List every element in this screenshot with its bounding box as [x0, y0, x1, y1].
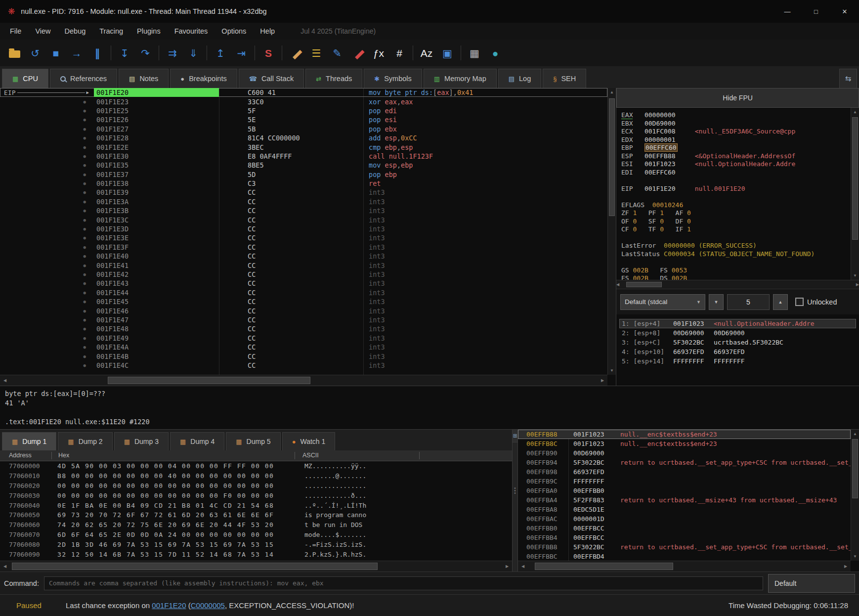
- scroll-thumb[interactable]: [852, 439, 858, 498]
- register-line[interactable]: LastError 00000000 (ERROR_SUCCESS): [621, 242, 849, 250]
- breakpoint-dot[interactable]: ●: [84, 172, 86, 177]
- step-out-button[interactable]: ↥: [210, 43, 231, 63]
- disasm-row[interactable]: ●001F1E44CCint3: [0, 288, 607, 297]
- disasm-row[interactable]: ●001F1E38C3ret: [0, 179, 607, 188]
- step-over-button[interactable]: ↷: [135, 43, 156, 63]
- scroll-up-button[interactable]: [608, 88, 616, 96]
- scroll-right-button[interactable]: [598, 375, 607, 386]
- disasm-row[interactable]: ●001F1E30E8 0AF4FFFFcall null.1F123F: [0, 152, 607, 161]
- disasm-row[interactable]: ●001F1E45CCint3: [0, 297, 607, 306]
- minimize-button[interactable]: —: [773, 0, 802, 23]
- scroll-thumb[interactable]: [626, 282, 662, 287]
- breakpoint-dot[interactable]: ●: [84, 290, 86, 295]
- scroll-right-button[interactable]: [502, 561, 512, 572]
- breakpoint-dot[interactable]: ●: [84, 245, 86, 250]
- dump-row[interactable]: 770600802D 1B 3D 46 69 7A 53 15 69 7A 53…: [0, 539, 512, 549]
- register-line[interactable]: CF 0 TF 0 IF 1: [621, 225, 849, 234]
- argument-row[interactable]: 1: [esp+4]001F1023<null.OptionalHeader.A…: [619, 319, 856, 328]
- dump-horizontal-scrollbar[interactable]: [0, 561, 512, 572]
- disasm-row[interactable]: ●001F1E2333C0xor eax,eax: [0, 97, 607, 106]
- register-line[interactable]: EBP 00EFFC60: [621, 144, 849, 152]
- scroll-right-button[interactable]: [841, 561, 851, 572]
- world-button[interactable]: ●: [485, 43, 506, 63]
- tab-notes[interactable]: ▤Notes: [119, 69, 169, 88]
- stop-button[interactable]: ■: [45, 43, 66, 63]
- menu-debug[interactable]: Debug: [58, 23, 93, 40]
- scroll-track[interactable]: [619, 280, 856, 289]
- close-button[interactable]: ✕: [830, 0, 859, 23]
- breakpoint-dot[interactable]: ●: [84, 326, 86, 331]
- breakpoint-dot[interactable]: ●: [84, 363, 86, 368]
- stack-row[interactable]: 00EFFBBC00EFFBD4: [518, 552, 851, 561]
- disasm-row[interactable]: ●001F1E4BCCint3: [0, 352, 607, 360]
- register-line[interactable]: [621, 193, 849, 201]
- breakpoint-dot[interactable]: ●: [84, 336, 86, 341]
- scroll-track[interactable]: [608, 96, 616, 366]
- disasm-row[interactable]: ●001F1E275Bpop ebx: [0, 125, 607, 133]
- maximize-button[interactable]: □: [802, 0, 830, 23]
- disasm-row[interactable]: ●001F1E49CCint3: [0, 334, 607, 343]
- scroll-track[interactable]: [528, 561, 841, 572]
- run-until-selection-button[interactable]: ⇥: [231, 43, 252, 63]
- register-line[interactable]: ESP 00EFFB88 <&OptionalHeader.AddressOf: [621, 152, 849, 161]
- calling-convention-select[interactable]: Default (stdcal ▼: [620, 294, 705, 310]
- dump-row[interactable]: 770600400E 1F BA 0E 00 B4 09 CD 21 B8 01…: [0, 500, 512, 510]
- menu-file[interactable]: File: [3, 23, 28, 40]
- tab-dump-5[interactable]: ▦Dump 5: [226, 432, 280, 450]
- disasm-row[interactable]: ●001F1E43CCint3: [0, 279, 607, 288]
- scroll-left-button[interactable]: [0, 561, 10, 572]
- breakpoint-dot[interactable]: ●: [84, 317, 86, 322]
- stack-row[interactable]: 00EFFBB85F3022BCreturn to ucrtbased.__se…: [518, 542, 851, 552]
- run-to-user-code-button[interactable]: ⇉: [162, 43, 183, 63]
- annotate-button[interactable]: ✎: [327, 43, 347, 63]
- breakpoint-dot[interactable]: ●: [84, 127, 86, 132]
- register-line[interactable]: EAX 00000000: [621, 111, 849, 120]
- disasm-horizontal-scrollbar[interactable]: [0, 375, 607, 386]
- register-line[interactable]: ESI 001F1023 <null.OptionalHeader.Addre: [621, 160, 849, 169]
- disasm-row[interactable]: ●001F1E4CCCint3: [0, 361, 607, 370]
- dump-column-ascii[interactable]: ASCII: [302, 452, 319, 459]
- tab-breakpoints[interactable]: ●Breakpoints: [170, 69, 237, 88]
- exception-code-link[interactable]: C0000005: [191, 601, 225, 610]
- breakpoint-dot[interactable]: ●: [84, 345, 86, 350]
- scroll-track[interactable]: [851, 438, 859, 552]
- disasm-vertical-scrollbar[interactable]: [607, 88, 616, 375]
- register-line[interactable]: ES 002B DS 002B: [621, 274, 849, 280]
- breakpoint-dot[interactable]: ●: [84, 254, 86, 259]
- breakpoint-dot[interactable]: ●: [84, 354, 86, 359]
- tab-watch-1[interactable]: ●Watch 1: [282, 432, 336, 450]
- register-line[interactable]: EDX 00000001: [621, 136, 849, 144]
- disasm-row[interactable]: ●001F1E42CCint3: [0, 270, 607, 279]
- breakpoint-dot[interactable]: ●: [84, 190, 86, 195]
- argument-row[interactable]: 5: [esp+14]FFFFFFFFFFFFFFFF: [619, 356, 856, 366]
- scroll-up-button[interactable]: [851, 430, 859, 438]
- tabbar-overflow-button[interactable]: ⇆: [839, 69, 857, 88]
- stack-row[interactable]: 00EFFBB000EFFBCC: [518, 524, 851, 533]
- stack-row[interactable]: 00EFFB88001F1023null.__enc$textbss$end+2…: [518, 430, 851, 439]
- disasm-row[interactable]: ●001F1E265Epop esi: [0, 115, 607, 124]
- dump-column-hex[interactable]: Hex: [58, 452, 69, 459]
- scroll-thumb[interactable]: [535, 563, 673, 570]
- erase-button[interactable]: ▬: [347, 43, 368, 63]
- disasm-row[interactable]: ●001F1E255Fpop edi: [0, 106, 607, 115]
- scroll-left-button[interactable]: [518, 561, 528, 572]
- tab-symbols[interactable]: ✱Symbols: [364, 69, 422, 88]
- dump-row[interactable]: 77060010B8 00 00 00 00 00 00 00 40 00 00…: [0, 471, 512, 481]
- menu-plugins[interactable]: Plugins: [130, 23, 168, 40]
- disasm-row[interactable]: ●001F1E39CCint3: [0, 188, 607, 197]
- scroll-down-button[interactable]: [851, 271, 859, 280]
- tab-dump-4[interactable]: ▦Dump 4: [170, 432, 224, 450]
- disasm-row[interactable]: ●001F1E4ACCint3: [0, 343, 607, 352]
- scroll-left-button[interactable]: [0, 375, 10, 386]
- breakpoint-dot[interactable]: ●: [84, 263, 86, 268]
- breakpoint-dot[interactable]: ●: [84, 199, 86, 204]
- dump-table[interactable]: Address Hex ASCII 770600004D 5A 90 00 03…: [0, 450, 512, 572]
- stack-row[interactable]: 00EFFBB400EFFBCC: [518, 533, 851, 542]
- hash-button[interactable]: #: [389, 43, 410, 63]
- disasm-row[interactable]: ●001F1E48CCint3: [0, 324, 607, 333]
- register-line[interactable]: [621, 258, 849, 266]
- argument-row[interactable]: 2: [esp+8]00D6900000D69000: [619, 328, 856, 338]
- stack-row[interactable]: 00EFFB8C001F1023null.__enc$textbss$end+2…: [518, 439, 851, 448]
- register-line[interactable]: LastStatus C0000034 (STATUS_OBJECT_NAME_…: [621, 250, 849, 259]
- breakpoint-dot[interactable]: ●: [84, 145, 86, 150]
